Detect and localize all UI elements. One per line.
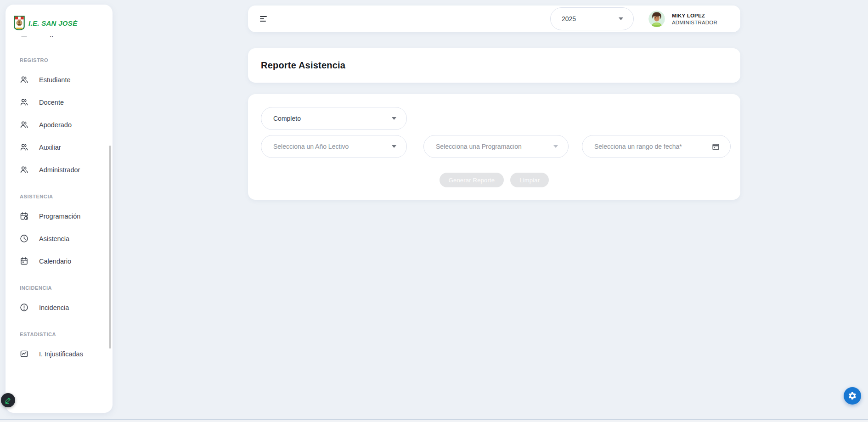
section-header-asistencia: ASISTENCIA xyxy=(6,194,113,199)
section-header-registro: REGISTRO xyxy=(6,57,113,63)
sidebar-item-label: Auxiliar xyxy=(39,144,61,151)
sidebar-item-label: Apoderado xyxy=(39,121,72,129)
sidebar-item-label: Administrador xyxy=(39,166,80,174)
gear-icon xyxy=(848,391,857,400)
calendar-icon[interactable] xyxy=(711,142,720,151)
sidebar-item-asistencia[interactable]: Asistencia xyxy=(6,227,113,250)
avatar xyxy=(648,11,665,27)
sidebar: I.E. SAN JOSÉ Cargo REGISTRO Estudiante xyxy=(6,5,113,413)
date-range-placeholder: Selecciona un rango de fecha* xyxy=(594,143,682,150)
menu-toggle-button[interactable] xyxy=(260,16,267,22)
people-icon xyxy=(19,75,29,84)
year-lectivo-select[interactable]: Selecciona un Año Lectivo xyxy=(261,135,407,158)
year-select[interactable]: 2025 xyxy=(550,7,634,30)
sidebar-item-label: Incidencia xyxy=(39,304,69,311)
sidebar-item-docente[interactable]: Docente xyxy=(6,91,113,113)
people-icon xyxy=(19,142,29,152)
chevron-down-icon xyxy=(619,17,623,20)
horizontal-scrollbar[interactable] xyxy=(0,419,868,422)
year-select-value: 2025 xyxy=(562,15,576,23)
chevron-down-icon xyxy=(392,117,396,120)
devtools-edit-button[interactable] xyxy=(1,393,15,407)
sidebar-item-incidencia[interactable]: Incidencia xyxy=(6,296,113,319)
sidebar-item-cargo[interactable]: Cargo xyxy=(6,36,113,45)
calendar-icon xyxy=(19,256,29,266)
clear-button[interactable]: Limpiar xyxy=(510,173,549,187)
page-title-card: Reporte Asistencia xyxy=(248,48,740,83)
school-crest-icon xyxy=(14,16,25,30)
sidebar-item-injustificadas[interactable]: I. Injustificadas xyxy=(6,343,113,365)
sidebar-item-label: Asistencia xyxy=(39,235,69,242)
report-type-value: Completo xyxy=(273,115,301,122)
people-icon xyxy=(19,165,29,174)
brand-logo[interactable]: I.E. SAN JOSÉ xyxy=(6,5,113,33)
sidebar-item-label: Calendario xyxy=(39,258,71,265)
sidebar-item-label: Estudiante xyxy=(39,76,71,84)
settings-fab-button[interactable] xyxy=(844,387,861,405)
report-type-select[interactable]: Completo xyxy=(261,107,407,130)
alert-circle-icon xyxy=(19,303,29,312)
people-icon xyxy=(19,97,29,107)
programacion-select[interactable]: Selecciona una Programacion xyxy=(423,135,569,158)
badge-icon xyxy=(19,36,29,38)
user-role: ADMINISTRADOR xyxy=(672,20,717,25)
brand-name: I.E. SAN JOSÉ xyxy=(28,19,77,27)
date-range-input[interactable]: Selecciona un rango de fecha* xyxy=(582,135,731,158)
top-bar: 2025 MIKY LOPEZ ADMINISTRADOR xyxy=(248,6,740,32)
sidebar-scroll-area[interactable]: Cargo REGISTRO Estudiante Docente Apode xyxy=(6,36,113,406)
sidebar-item-calendario[interactable]: Calendario xyxy=(6,250,113,272)
page-title: Reporte Asistencia xyxy=(261,60,345,71)
hamburger-icon xyxy=(260,16,267,17)
sidebar-item-estudiante[interactable]: Estudiante xyxy=(6,68,113,91)
section-header-incidencia: INCIDENCIA xyxy=(6,285,113,291)
chevron-down-icon xyxy=(553,145,558,148)
sidebar-item-label: Programación xyxy=(39,213,80,220)
pencil-icon xyxy=(4,396,12,404)
chart-wave-icon xyxy=(19,349,29,359)
year-lectivo-placeholder: Selecciona un Año Lectivo xyxy=(273,143,349,150)
user-menu[interactable]: MIKY LOPEZ ADMINISTRADOR xyxy=(648,11,717,27)
sidebar-item-programacion[interactable]: Programación xyxy=(6,205,113,227)
clock-icon xyxy=(19,234,29,243)
programacion-placeholder: Selecciona una Programacion xyxy=(436,143,522,150)
chevron-down-icon xyxy=(392,145,396,148)
user-name: MIKY LOPEZ xyxy=(672,13,717,18)
sidebar-scrollbar[interactable] xyxy=(109,146,111,349)
sidebar-item-auxiliar[interactable]: Auxiliar xyxy=(6,136,113,158)
sidebar-item-label: Docente xyxy=(39,99,64,106)
sidebar-item-administrador[interactable]: Administrador xyxy=(6,158,113,181)
sidebar-item-label: Cargo xyxy=(39,36,57,37)
report-filter-card: Completo Selecciona un Año Lectivo Selec… xyxy=(248,94,740,200)
people-icon xyxy=(19,120,29,129)
sidebar-item-apoderado[interactable]: Apoderado xyxy=(6,113,113,136)
sidebar-item-label: I. Injustificadas xyxy=(39,350,83,358)
calendar-clock-icon xyxy=(19,211,29,221)
generate-report-button[interactable]: Generar Reporte xyxy=(440,173,504,187)
section-header-estadistica: ESTADISTICA xyxy=(6,332,113,337)
